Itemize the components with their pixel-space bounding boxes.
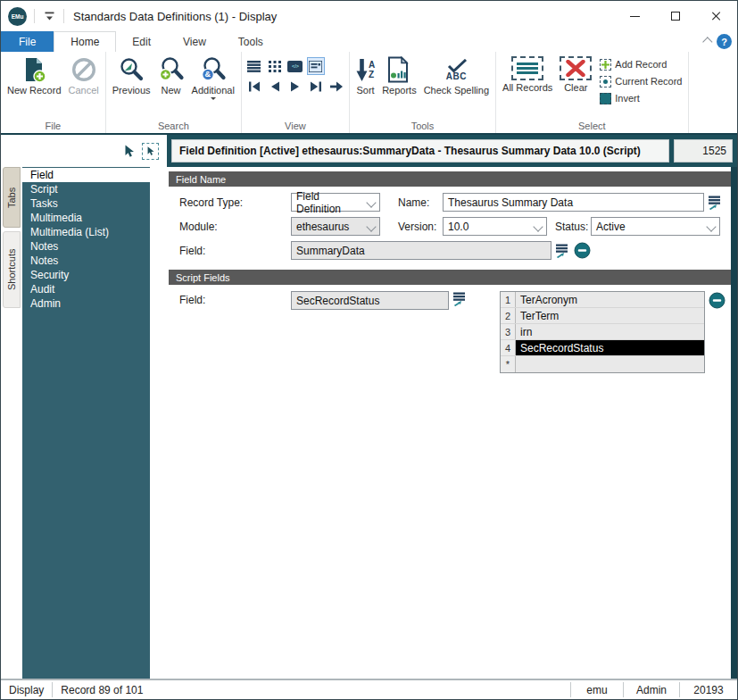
search-additional-button[interactable]: & Additional [189, 54, 237, 104]
name-input[interactable]: Thesaurus Summary Data [443, 193, 704, 212]
sidebar-item-tasks[interactable]: Tasks [22, 196, 150, 211]
status-mode: Display [1, 680, 52, 699]
side-tab-tabs[interactable]: Tabs [3, 167, 21, 228]
sort-button[interactable]: AZ Sort [353, 54, 377, 97]
tab-edit[interactable]: Edit [116, 31, 167, 52]
grid-row-new[interactable]: * [501, 356, 704, 372]
status-server: emu [571, 680, 623, 699]
last-record-icon[interactable] [307, 78, 325, 96]
sidebar-item-admin[interactable]: Admin [22, 296, 150, 311]
version-select[interactable]: 10.0 [443, 217, 547, 236]
next-record-icon[interactable] [286, 78, 304, 96]
field-input[interactable]: SummaryData [291, 241, 551, 260]
close-button[interactable] [696, 1, 737, 31]
grid-view-icon[interactable] [266, 57, 284, 75]
help-button[interactable]: ? [717, 34, 732, 49]
pointer-cursor-icon[interactable] [122, 144, 136, 158]
field-remove-icon[interactable] [574, 242, 591, 259]
all-records-icon [511, 56, 543, 80]
invert-selection-icon [600, 93, 611, 104]
side-tab-strip: Tabs Shortcuts [1, 167, 22, 679]
tab-list-sidebar: Field Script Tasks Multimedia Multimedia… [22, 167, 150, 679]
record-type-label: Record Type: [179, 196, 291, 209]
module-select[interactable]: ethesaurus [291, 217, 380, 236]
row-value[interactable]: irn [516, 324, 704, 339]
current-record-button[interactable]: Current Record [600, 74, 682, 88]
window-title: Standards Data Definitions (1) - Display [73, 10, 277, 23]
minimize-icon [630, 16, 640, 17]
quick-access-dropdown-icon[interactable] [42, 10, 56, 22]
sidebar-item-script[interactable]: Script [22, 182, 150, 196]
sidebar-item-notes[interactable]: Notes [22, 239, 150, 254]
tab-view[interactable]: View [167, 31, 222, 52]
clear-selection-button[interactable]: Clear [557, 54, 594, 95]
dropdown-caret-icon [211, 97, 216, 103]
sort-z-glyph: Z [369, 70, 375, 79]
maximize-button[interactable] [655, 1, 696, 31]
content-frame: Field Definition [Active] ethesaurus:Sum… [1, 133, 737, 679]
ribbon-group-view: </> View [242, 52, 350, 133]
field-autofill-icon[interactable] [555, 243, 570, 258]
sidebar-item-multimedia[interactable]: Multimedia [22, 211, 150, 225]
select-cursor-icon[interactable] [142, 143, 159, 160]
sidebar-item-field[interactable]: Field [22, 168, 150, 182]
sidebar-item-multimedia-list[interactable]: Multimedia (List) [22, 225, 150, 239]
row-value[interactable]: TerAcronym [516, 292, 704, 307]
ribbon-group-select: All Records Clear Add Record Current Rec… [496, 52, 688, 133]
sidebar-item-audit[interactable]: Audit [22, 282, 150, 296]
script-field-autofill-icon[interactable] [452, 291, 468, 306]
current-record-icon [600, 76, 611, 88]
name-autofill-icon[interactable] [708, 195, 723, 210]
add-record-button[interactable]: Add Record [600, 57, 682, 71]
cancel-button[interactable]: Cancel [66, 54, 102, 97]
new-record-button[interactable]: New Record [4, 54, 64, 97]
invert-selection-button[interactable]: Invert [600, 91, 682, 105]
module-label: Module: [179, 221, 291, 233]
grid-row-selected[interactable]: 4 SecRecordStatus [501, 340, 704, 356]
script-field-input[interactable]: SecRecordStatus [291, 291, 449, 310]
reports-icon [386, 56, 412, 83]
grid-row[interactable]: 2 TerTerm [501, 308, 704, 324]
row-value[interactable] [516, 356, 704, 372]
clear-selection-icon [560, 56, 592, 80]
search-new-icon [158, 56, 185, 83]
previous-record-icon[interactable] [266, 78, 284, 96]
sidebar-item-security[interactable]: Security [22, 268, 150, 282]
side-tab-shortcuts[interactable]: Shortcuts [3, 231, 21, 308]
field-label: Field: [179, 245, 291, 257]
tab-home[interactable]: Home [54, 31, 116, 52]
grid-row[interactable]: 1 TerAcronym [501, 292, 704, 308]
minimize-button[interactable] [614, 1, 655, 31]
status-select[interactable]: Active [591, 217, 720, 236]
reports-button[interactable]: Reports [379, 54, 419, 97]
grid-row[interactable]: 3 irn [501, 324, 704, 340]
search-new-button[interactable]: New [155, 54, 187, 97]
search-previous-button[interactable]: Previous [110, 54, 153, 97]
close-icon [711, 11, 722, 21]
cancel-icon [70, 56, 97, 83]
record-summary-text: Field Definition [Active] ethesaurus:Sum… [171, 139, 669, 162]
chevron-up-icon [702, 37, 712, 46]
row-value[interactable]: SecRecordStatus [516, 340, 704, 355]
status-bar: Display Record 89 of 101 emu Admin 20193 [1, 679, 737, 699]
maximize-icon [671, 12, 680, 21]
list-view-icon[interactable] [245, 57, 263, 75]
details-view-icon[interactable] [307, 57, 325, 75]
status-record-position: Record 89 of 101 [53, 680, 151, 699]
group-label-tools: Tools [353, 120, 492, 133]
first-record-icon[interactable] [245, 78, 263, 96]
check-spelling-button[interactable]: ABC Check Spelling [421, 54, 492, 97]
sidebar-item-notes-2[interactable]: Notes [22, 254, 150, 268]
goto-record-icon[interactable] [328, 78, 345, 96]
all-records-button[interactable]: All Records [500, 54, 555, 95]
code-view-icon[interactable]: </> [286, 57, 304, 75]
grid-remove-icon[interactable] [709, 292, 726, 309]
tab-file[interactable]: File [1, 31, 54, 52]
record-type-select[interactable]: Field Definition [291, 193, 380, 212]
collapse-ribbon-button[interactable] [693, 31, 717, 52]
emu-logo-icon[interactable]: EMu [8, 7, 27, 26]
row-value[interactable]: TerTerm [516, 308, 704, 323]
tab-tools[interactable]: Tools [222, 31, 279, 52]
search-additional-icon: & [200, 56, 227, 83]
new-record-icon [21, 56, 47, 83]
